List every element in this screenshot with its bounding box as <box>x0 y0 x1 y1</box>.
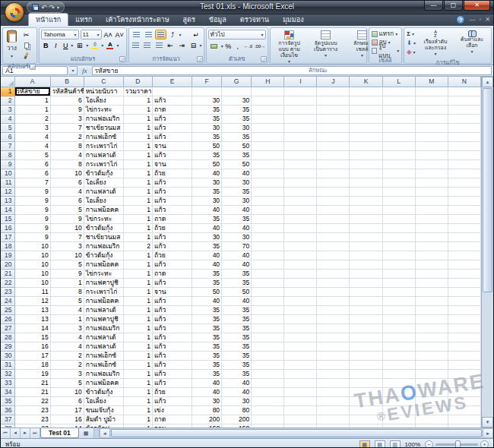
align-left-button[interactable] <box>131 40 141 50</box>
cell-I26[interactable] <box>284 314 317 323</box>
cell-F29[interactable]: 35 <box>192 342 222 351</box>
cell-A2[interactable]: 1 <box>14 96 50 105</box>
cell-M35[interactable] <box>415 396 448 405</box>
accounting-format-button[interactable] <box>208 41 220 51</box>
cell-N34[interactable] <box>448 387 480 396</box>
cell-H27[interactable] <box>252 323 284 333</box>
cell-I17[interactable] <box>284 232 317 241</box>
cell-A13[interactable]: 9 <box>14 196 50 205</box>
row-header-20[interactable]: 20 <box>1 260 14 269</box>
row-header-25[interactable]: 25 <box>1 305 14 314</box>
cell-K32[interactable] <box>350 369 382 378</box>
cell-E35[interactable]: แก้ว <box>152 396 192 405</box>
cell-D37[interactable]: 1 <box>123 415 152 424</box>
increase-decimal-button[interactable]: ←.0 <box>242 41 253 51</box>
cell-D3[interactable]: 1 <box>123 105 152 114</box>
cell-N37[interactable] <box>448 415 480 424</box>
cell-J5[interactable] <box>317 123 350 132</box>
cell-K1[interactable] <box>350 87 382 96</box>
cell-F21[interactable]: 35 <box>192 269 222 278</box>
cell-H26[interactable] <box>252 314 284 323</box>
cell-F6[interactable]: 35 <box>192 132 222 141</box>
row-header-9[interactable]: 9 <box>1 159 14 169</box>
cell-I32[interactable] <box>284 369 317 378</box>
cell-C30[interactable]: กาแฟเอ็กซ์ <box>84 351 123 360</box>
row-header-11[interactable]: 11 <box>1 178 14 187</box>
minimize-button[interactable]: — <box>424 1 443 11</box>
cell-I21[interactable] <box>284 269 317 278</box>
cell-M23[interactable] <box>415 287 448 296</box>
cell-K16[interactable] <box>350 223 382 232</box>
column-header-L[interactable]: L <box>382 77 415 87</box>
column-header-K[interactable]: K <box>350 77 382 87</box>
cell-N22[interactable] <box>448 278 480 287</box>
cell-G36[interactable]: 80 <box>222 405 252 415</box>
cell-I33[interactable] <box>284 378 317 387</box>
cell-K14[interactable] <box>350 205 382 214</box>
cell-A35[interactable]: 22 <box>14 396 50 405</box>
cell-N6[interactable] <box>448 132 480 141</box>
cell-F32[interactable]: 35 <box>192 369 222 378</box>
cell-K25[interactable] <box>350 305 382 314</box>
cell-A30[interactable]: 17 <box>14 351 50 360</box>
select-all-corner[interactable] <box>1 77 14 87</box>
cell-J3[interactable] <box>317 105 350 114</box>
cell-I23[interactable] <box>284 287 317 296</box>
cell-I36[interactable] <box>284 405 317 415</box>
cell-M36[interactable] <box>415 405 448 415</box>
cell-C1[interactable]: หน่วยนับรา <box>84 87 123 96</box>
cell-A20[interactable]: 10 <box>14 260 50 269</box>
align-right-button[interactable] <box>154 40 164 50</box>
cell-F34[interactable]: 40 <box>192 387 222 396</box>
cell-H12[interactable] <box>252 187 284 196</box>
cell-N26[interactable] <box>448 314 480 323</box>
cell-B23[interactable]: 8 <box>50 287 84 296</box>
cell-G38[interactable]: 150 <box>222 424 252 427</box>
cell-L32[interactable] <box>382 369 415 378</box>
fill-button[interactable]: ⬇▾ <box>406 39 416 47</box>
cell-B22[interactable]: 1 <box>50 278 84 287</box>
cell-J4[interactable] <box>317 114 350 123</box>
cell-J10[interactable] <box>317 169 350 178</box>
cell-M1[interactable] <box>415 87 448 96</box>
cell-M20[interactable] <box>415 260 448 269</box>
cell-A28[interactable]: 15 <box>14 333 50 342</box>
cell-D25[interactable]: 1 <box>123 305 152 314</box>
cell-A19[interactable]: 10 <box>14 251 50 260</box>
cell-E27[interactable]: แก้ว <box>152 323 192 333</box>
cell-E22[interactable]: แก้ว <box>152 278 192 287</box>
column-header-C[interactable]: C <box>84 77 123 87</box>
cell-N12[interactable] <box>448 187 480 196</box>
cell-N29[interactable] <box>448 342 480 351</box>
cell-E17[interactable]: แก้ว <box>152 232 192 241</box>
cell-A33[interactable]: 21 <box>14 378 50 387</box>
cell-E33[interactable]: แก้ว <box>152 378 192 387</box>
cell-H19[interactable] <box>252 251 284 260</box>
cell-F35[interactable]: 30 <box>192 396 222 405</box>
scroll-down-button[interactable]: ▼ <box>482 417 493 427</box>
cell-D10[interactable]: 1 <box>123 169 152 178</box>
cell-B27[interactable]: 3 <box>50 323 84 333</box>
row-header-34[interactable]: 34 <box>1 387 14 396</box>
cell-D5[interactable]: 1 <box>123 123 152 132</box>
cell-A1[interactable]: รหัสขาย <box>14 87 50 96</box>
cell-E29[interactable]: แก้ว <box>152 342 192 351</box>
align-middle-button[interactable] <box>143 30 154 39</box>
cell-B16[interactable]: 10 <box>50 223 84 232</box>
cell-H7[interactable] <box>252 141 284 150</box>
cell-D14[interactable]: 1 <box>123 205 152 214</box>
cell-K38[interactable] <box>350 424 382 427</box>
cell-C28[interactable]: กาแฟลาเต้ <box>84 333 123 342</box>
cell-J21[interactable] <box>317 269 350 278</box>
cell-B29[interactable]: 4 <box>50 342 84 351</box>
cell-A37[interactable]: 23 <box>14 415 50 424</box>
cell-E36[interactable]: เข่ง <box>152 405 192 415</box>
cell-H8[interactable] <box>252 150 284 159</box>
cell-M12[interactable] <box>415 187 448 196</box>
cell-N9[interactable] <box>448 159 480 169</box>
row-header-29[interactable]: 29 <box>1 342 14 351</box>
cell-A7[interactable]: 4 <box>14 141 50 150</box>
cell-K19[interactable] <box>350 251 382 260</box>
cell-C33[interactable]: กาแฟม็อคค <box>84 378 123 387</box>
cell-J35[interactable] <box>317 396 350 405</box>
